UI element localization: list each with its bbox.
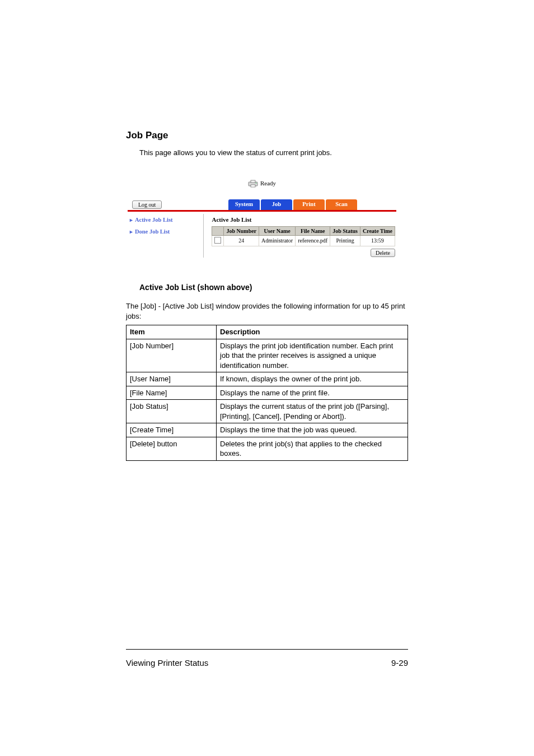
job-table: Job Number User Name File Name Job Statu… (212, 226, 395, 246)
table-row: [User Name] If known, displays the owner… (127, 372, 408, 386)
printer-icon (248, 180, 258, 188)
triangle-right-icon: ► (129, 229, 134, 235)
sidebar-item-done[interactable]: ►Done Job List (129, 228, 203, 236)
table-row: [Job Status] Displays the current status… (127, 400, 408, 423)
cell-file-name: reference.pdf (296, 235, 330, 246)
doc-item: [Create Time] (127, 423, 217, 437)
svg-rect-1 (251, 180, 255, 183)
cell-create-time: 13:59 (360, 235, 395, 246)
col-job-number: Job Number (224, 226, 259, 235)
doc-item: [User Name] (127, 372, 217, 386)
cell-job-number: 24 (224, 235, 259, 246)
doc-col-description: Description (217, 325, 408, 339)
section-title: Active Job List (212, 216, 395, 223)
footer-right: 9-29 (391, 658, 408, 668)
col-create-time: Create Time (360, 226, 395, 235)
table-row: 24 Administrator reference.pdf Printing … (212, 235, 395, 246)
tab-system[interactable]: System (228, 199, 260, 210)
table-row: [Job Number] Displays the print job iden… (127, 339, 408, 372)
sidebar: ►Active Job List ►Done Job List (128, 214, 204, 258)
subheading: Active Job List (shown above) (139, 282, 408, 293)
svg-rect-2 (251, 185, 255, 187)
doc-col-item: Item (127, 325, 217, 339)
doc-desc: Displays the time that the job was queue… (217, 423, 408, 437)
printer-status: Ready (128, 172, 396, 195)
subheading-paragraph: The [Job] - [Active Job List] window pro… (126, 301, 408, 321)
doc-desc: Displays the current status of the print… (217, 400, 408, 423)
table-header-row: Job Number User Name File Name Job Statu… (212, 226, 395, 235)
row-checkbox[interactable] (214, 237, 221, 244)
svg-point-3 (256, 183, 257, 184)
sidebar-item-active[interactable]: ►Active Job List (129, 216, 203, 225)
panel-main: Active Job List Job Number User Name Fil… (212, 214, 396, 258)
page-intro: This page allows you to view the status … (139, 148, 408, 158)
logout-button[interactable]: Log out (132, 200, 162, 209)
sidebar-item-label: Done Job List (135, 228, 170, 235)
table-row: [Delete] button Deletes the print job(s)… (127, 437, 408, 460)
page-heading: Job Page (126, 129, 408, 142)
col-user-name: User Name (259, 226, 296, 235)
footer-rule (126, 649, 408, 650)
table-row: [Create Time] Displays the time that the… (127, 423, 408, 437)
col-job-status: Job Status (330, 226, 360, 235)
doc-item: [Delete] button (127, 437, 217, 460)
tab-job[interactable]: Job (261, 199, 292, 210)
doc-desc: Displays the name of the print file. (217, 386, 408, 400)
doc-desc: If known, displays the owner of the prin… (217, 372, 408, 386)
doc-desc: Displays the print job identification nu… (217, 339, 408, 372)
doc-desc: Deletes the print job(s) that applies to… (217, 437, 408, 460)
sidebar-item-label: Active Job List (135, 217, 173, 223)
doc-item: [Job Number] (127, 339, 217, 372)
delete-button[interactable]: Delete (371, 249, 395, 257)
doc-table: Item Description [Job Number] Displays t… (126, 325, 408, 461)
doc-item: [Job Status] (127, 400, 217, 423)
tab-print[interactable]: Print (293, 199, 325, 210)
triangle-right-icon: ► (129, 217, 134, 223)
footer-left: Viewing Printer Status (126, 658, 208, 668)
doc-item: [File Name] (127, 386, 217, 400)
tab-scan[interactable]: Scan (326, 199, 357, 210)
cell-user-name: Administrator (259, 235, 296, 246)
tab-bar: System Job Print Scan (228, 199, 357, 210)
admin-panel: Ready Log out System Job Print Scan ►Act… (128, 172, 396, 258)
nav-row: Log out System Job Print Scan (128, 199, 396, 210)
printer-status-text: Ready (260, 179, 276, 188)
table-row: [File Name] Displays the name of the pri… (127, 386, 408, 400)
col-file-name: File Name (296, 226, 330, 235)
cell-job-status: Printing (330, 235, 360, 246)
